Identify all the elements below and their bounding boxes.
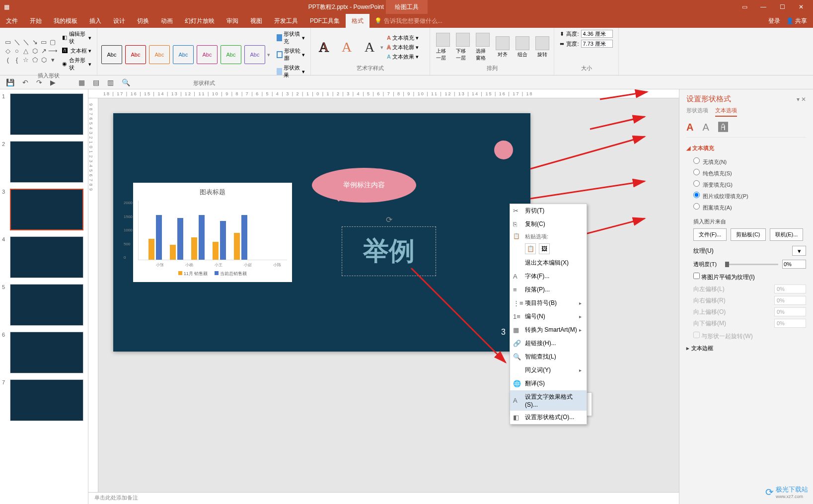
slide-thumb-6[interactable]: 6 [2, 332, 86, 373]
shape-outline-button[interactable]: 形状轮廓 ▾ [275, 47, 306, 63]
offset-bottom-input[interactable] [774, 319, 806, 328]
radio-solid-fill[interactable]: 纯色填充(S) [693, 167, 806, 179]
menu-synonyms[interactable]: 同义词(Y)▸ [510, 363, 587, 377]
offset-left-input[interactable] [774, 285, 806, 293]
paste-option-2[interactable]: 🖼 [539, 243, 550, 254]
menu-cut[interactable]: ✂剪切(T) [510, 204, 587, 217]
menu-smartart[interactable]: ▦转换为 SmartArt(M)▸ [510, 323, 587, 337]
menu-hyperlink[interactable]: 🔗超链接(H)... [510, 337, 587, 350]
style-3[interactable]: Abc [149, 45, 170, 64]
ribbon-display-icon[interactable]: ▭ [739, 3, 750, 10]
callout-shape[interactable]: 举例标注内容 [312, 168, 416, 203]
style-6[interactable]: Abc [221, 45, 241, 64]
rotate-button[interactable]: 旋转 [533, 35, 551, 59]
bring-forward-button[interactable]: 上移一层 [434, 32, 452, 63]
wordart-more-icon[interactable]: ▾ [380, 44, 383, 51]
slide-thumb-1[interactable]: 1 [2, 93, 86, 135]
tab-home[interactable]: 开始 [24, 14, 48, 28]
tab-text-options[interactable]: 文本选项 [715, 107, 737, 117]
section-text-fill[interactable]: ◢ 文本填充 [686, 144, 806, 152]
tell-me-input[interactable]: 💡 告诉我您想要做什么... [374, 17, 443, 25]
transparency-slider[interactable] [725, 264, 778, 265]
tab-templates[interactable]: 我的模板 [48, 14, 83, 28]
slide-thumb-5[interactable]: 5 [2, 284, 86, 326]
menu-paragraph[interactable]: ≡段落(P)... [510, 283, 587, 296]
clipboard-button[interactable]: 剪贴板(C) [731, 228, 765, 241]
close-icon[interactable]: ✕ [795, 3, 807, 10]
maximize-icon[interactable]: ☐ [776, 3, 788, 10]
rotate-with-shape-checkbox[interactable]: 与形状一起旋转(W) [693, 333, 753, 340]
section-text-outline[interactable]: ▸ 文本边框 [686, 345, 806, 352]
wordart-gallery[interactable]: A A A [315, 37, 378, 58]
text-fill-button[interactable]: A 文本填充 ▾ [385, 34, 420, 42]
menu-numbering[interactable]: 1≡编号(N)▸ [510, 310, 587, 323]
offset-right-input[interactable] [774, 296, 806, 305]
edit-shape-button[interactable]: ◧编辑形状 ▾ [61, 30, 93, 46]
chart-object[interactable]: 图表标题 2000150010005000 小张小杨 [133, 183, 292, 282]
menu-font[interactable]: A字体(F)... [510, 270, 587, 283]
online-button[interactable]: 联机(E)... [770, 228, 804, 241]
shape-gallery[interactable]: ▭＼＼↘▭▢ ◇○△⬡↗⟶ ({☆⬠⬡▾ [4, 38, 57, 64]
tab-animation[interactable]: 动画 [155, 14, 179, 28]
view-outline-icon[interactable]: ▤ [93, 78, 99, 86]
paste-option-1[interactable]: 📋 [525, 243, 536, 254]
tab-slideshow[interactable]: 幻灯片放映 [179, 14, 221, 28]
slide-thumb-7[interactable]: 7 [2, 379, 86, 421]
circle-shape[interactable] [494, 141, 513, 159]
tab-design[interactable]: 设计 [107, 14, 131, 28]
style-7[interactable]: Abc [244, 45, 265, 64]
menu-smart-lookup[interactable]: 🔍智能查找(L) [510, 350, 587, 363]
radio-picture-fill[interactable]: 图片或纹理填充(P) [693, 190, 806, 202]
align-button[interactable]: 对齐 [494, 35, 512, 59]
tab-format[interactable]: 格式 [346, 14, 370, 28]
tile-checkbox[interactable]: 将图片平铺为纹理(I) [693, 274, 755, 281]
text-effects-tab-icon[interactable]: A [702, 122, 709, 133]
slide-thumbnail-panel[interactable]: 1 2 3 4 5 6 7 [0, 89, 88, 504]
tab-insert[interactable]: 插入 [83, 14, 107, 28]
style-1[interactable]: Abc [101, 45, 122, 64]
transparency-input[interactable] [782, 260, 806, 269]
texture-picker[interactable]: ▾ [792, 246, 806, 256]
tab-transition[interactable]: 切换 [131, 14, 155, 28]
tab-view[interactable]: 视图 [244, 14, 268, 28]
style-gallery[interactable]: Abc Abc Abc Abc Abc Abc Abc [101, 45, 265, 64]
menu-text-effects-format[interactable]: A设置文字效果格式(S)... [510, 390, 587, 411]
height-input[interactable] [581, 30, 613, 38]
style-5[interactable]: Abc [197, 45, 218, 64]
style-4[interactable]: Abc [173, 45, 194, 64]
selection-pane-button[interactable]: 选择窗格 [474, 32, 492, 63]
shape-fill-button[interactable]: 形状填充 ▾ [275, 30, 306, 46]
menu-bullets[interactable]: ⋮≡项目符号(B)▸ [510, 296, 587, 310]
slide-thumb-3[interactable]: 3 [2, 189, 86, 230]
menu-shape-format[interactable]: ◧设置形状格式(O)... [510, 411, 587, 424]
radio-pattern-fill[interactable]: 图案填充(A) [693, 202, 806, 213]
radio-no-fill[interactable]: 无填充(N) [693, 156, 806, 167]
tab-file[interactable]: 文件 [0, 14, 24, 28]
gallery-more-icon[interactable]: ▾ [267, 52, 270, 58]
slide-thumb-2[interactable]: 2 [2, 141, 86, 183]
menu-exit-edit[interactable]: 退出文本编辑(X) [510, 256, 587, 270]
text-effects-button[interactable]: A 文本效果 ▾ [385, 53, 420, 61]
text-outline-button[interactable]: A 文本轮廓 ▾ [385, 43, 420, 52]
group-button[interactable]: 组合 [514, 35, 531, 59]
style-2[interactable]: Abc [125, 45, 146, 64]
vertical-ruler[interactable]: 9 8 7 6 5 4 3 2 1 0 1 2 3 4 5 6 7 8 9 [88, 98, 98, 492]
rotate-handle-icon[interactable]: ⟳ [386, 215, 392, 224]
offset-top-input[interactable] [774, 307, 806, 316]
tab-pdf[interactable]: PDF工具集 [304, 14, 346, 28]
send-backward-button[interactable]: 下移一层 [454, 32, 472, 63]
radio-gradient-fill[interactable]: 渐变填充(G) [693, 179, 806, 190]
width-input[interactable] [581, 40, 613, 48]
text-box-button[interactable]: 🅰文本框 ▾ [61, 47, 93, 55]
textbox-tab-icon[interactable]: 🅰 [718, 122, 728, 133]
minimize-icon[interactable]: — [757, 3, 769, 10]
login-link[interactable]: 登录 [768, 17, 780, 25]
tab-shape-options[interactable]: 形状选项 [686, 107, 708, 117]
text-fill-tab-icon[interactable]: A [686, 122, 693, 133]
pane-close-icon[interactable]: ▾ ✕ [797, 96, 806, 103]
file-button[interactable]: 文件(F)... [693, 228, 727, 241]
menu-translate[interactable]: 🌐翻译(S) [510, 377, 587, 390]
menu-copy[interactable]: ⎘复制(C) [510, 217, 587, 231]
tab-review[interactable]: 审阅 [221, 14, 244, 28]
slide-thumb-4[interactable]: 4 [2, 236, 86, 278]
